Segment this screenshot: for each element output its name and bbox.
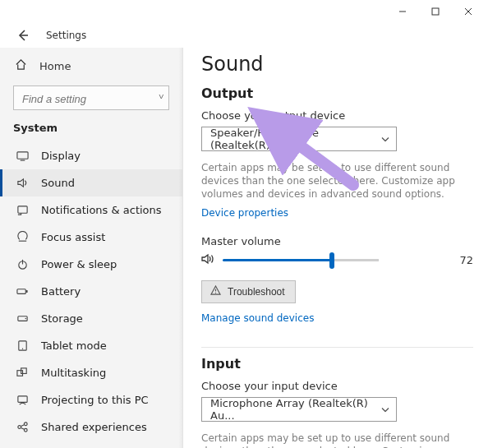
tablet-icon (15, 339, 30, 352)
manage-sound-devices-link[interactable]: Manage sound devices (201, 312, 314, 324)
input-device-select[interactable]: Microphone Array (Realtek(R) Au... (201, 397, 397, 422)
output-device-select[interactable]: Speaker/Headphone (Realtek(R) A... (201, 127, 397, 151)
window-close-button[interactable] (452, 2, 485, 21)
projecting-icon (15, 394, 30, 406)
svg-point-17 (21, 349, 22, 349)
input-heading: Input (201, 356, 473, 372)
svg-point-15 (25, 318, 26, 320)
svg-rect-12 (16, 289, 25, 294)
window-minimize-button[interactable] (386, 2, 419, 21)
sidebar-item-label: Sound (41, 177, 75, 189)
svg-point-21 (17, 426, 21, 429)
sidebar-item-projecting[interactable]: Projecting to this PC (0, 386, 182, 413)
sidebar: Home ⱽ System Display Sound (0, 48, 183, 448)
sidebar-item-label: Battery (41, 285, 81, 298)
window-title-bar (0, 0, 488, 23)
sidebar-home[interactable]: Home (0, 51, 182, 82)
svg-point-22 (24, 423, 27, 426)
content: Sound Output Choose your output device S… (183, 48, 488, 448)
share-icon (15, 421, 30, 433)
input-device-value: Microphone Array (Realtek(R) Au... (210, 397, 375, 422)
sidebar-item-storage[interactable]: Storage (0, 305, 182, 332)
sidebar-item-label: Notifications & actions (41, 204, 162, 216)
output-device-value: Speaker/Headphone (Realtek(R) A... (210, 127, 375, 151)
svg-rect-2 (432, 8, 439, 15)
svg-rect-13 (25, 290, 27, 293)
output-choose-label: Choose your output device (201, 109, 473, 122)
storage-icon (15, 312, 30, 325)
output-heading: Output (201, 85, 473, 101)
master-volume-label: Master volume (201, 235, 473, 247)
warning-icon (210, 285, 221, 298)
sidebar-nav: Display Sound Notifications & actions Fo… (0, 142, 182, 448)
svg-line-25 (21, 427, 24, 429)
svg-rect-8 (17, 206, 26, 213)
search-input[interactable]: ⱽ (13, 85, 169, 110)
search-icon: ⱽ (159, 92, 163, 104)
troubleshoot-button[interactable]: Troubleshoot (201, 280, 296, 303)
sidebar-item-shared-experiences[interactable]: Shared experiences (0, 413, 182, 441)
svg-point-29 (215, 292, 216, 293)
chevron-down-icon (381, 404, 389, 414)
sidebar-item-label: Focus assist (41, 231, 105, 243)
window-maximize-button[interactable] (419, 2, 452, 21)
svg-point-23 (24, 428, 27, 432)
search-field[interactable] (21, 86, 149, 111)
sidebar-item-tablet-mode[interactable]: Tablet mode (0, 332, 182, 359)
sidebar-item-sound[interactable]: Sound (0, 169, 182, 196)
sidebar-item-label: Display (41, 150, 81, 162)
display-icon (15, 150, 30, 162)
notifications-icon (15, 204, 30, 216)
sidebar-item-label: Shared experiences (41, 421, 147, 433)
svg-rect-6 (16, 152, 27, 159)
svg-rect-20 (17, 396, 26, 403)
window-title: Settings (46, 30, 86, 41)
input-help-text: Certain apps may be set up to use differ… (201, 432, 472, 448)
sound-icon (15, 177, 30, 189)
speaker-icon (201, 252, 216, 269)
sidebar-item-focus-assist[interactable]: Focus assist (0, 224, 182, 251)
volume-slider[interactable] (223, 259, 379, 261)
volume-slider-thumb[interactable] (329, 252, 334, 269)
sidebar-item-label: Storage (41, 312, 83, 325)
input-choose-label: Choose your input device (201, 380, 473, 392)
chevron-down-icon (381, 134, 389, 145)
sidebar-item-display[interactable]: Display (0, 142, 182, 169)
svg-line-24 (21, 425, 24, 427)
volume-value: 72 (459, 254, 473, 266)
sidebar-item-notifications[interactable]: Notifications & actions (0, 196, 182, 224)
output-help-text: Certain apps may be set up to use differ… (201, 161, 472, 201)
sidebar-item-power-sleep[interactable]: Power & sleep (0, 251, 182, 278)
battery-icon (15, 285, 30, 298)
sidebar-item-battery[interactable]: Battery (0, 278, 182, 305)
sidebar-item-label: Tablet mode (41, 339, 107, 352)
focus-assist-icon (15, 231, 30, 243)
sidebar-item-label: Multitasking (41, 367, 106, 379)
sidebar-item-label: Power & sleep (41, 258, 117, 270)
output-device-properties-link[interactable]: Device properties (201, 207, 288, 219)
back-button[interactable] (13, 25, 33, 45)
multitasking-icon (15, 367, 30, 379)
page-heading: Sound (201, 53, 473, 76)
home-icon (13, 58, 28, 73)
sidebar-item-clipboard[interactable]: Clipboard (0, 441, 182, 448)
sidebar-item-multitasking[interactable]: Multitasking (0, 359, 182, 386)
power-icon (15, 258, 30, 270)
sidebar-home-label: Home (39, 60, 71, 72)
troubleshoot-label: Troubleshoot (228, 286, 285, 298)
section-label: System (0, 118, 182, 142)
sidebar-item-label: Projecting to this PC (41, 394, 149, 406)
separator (201, 347, 473, 348)
